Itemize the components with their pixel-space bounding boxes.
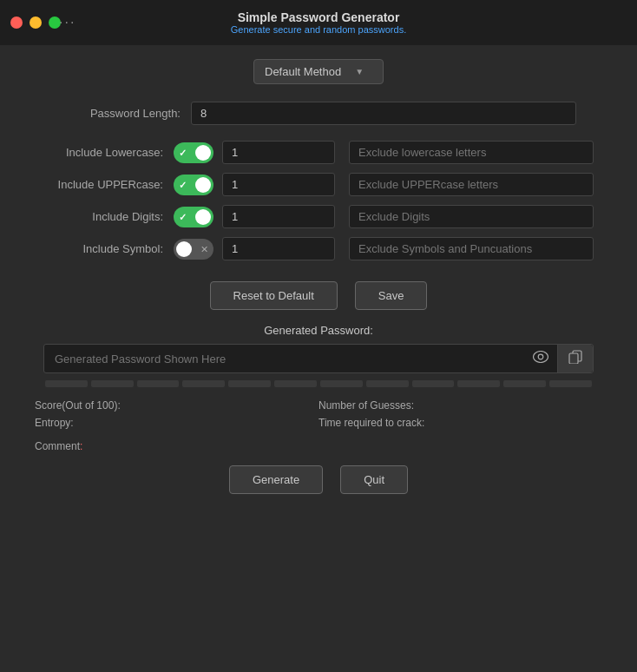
copy-icon-button[interactable] xyxy=(557,345,593,372)
reset-button[interactable]: Reset to Default xyxy=(210,281,338,310)
main-content: Default Method ▼ Password Length: Includ… xyxy=(0,45,637,508)
lowercase-toggle[interactable]: ✓ xyxy=(174,142,213,163)
action-buttons-row: Reset to Default Save xyxy=(26,281,611,310)
uppercase-min-input[interactable] xyxy=(222,173,335,196)
window-controls xyxy=(10,16,61,29)
password-display-input[interactable] xyxy=(44,346,524,372)
check-icon3: ✓ xyxy=(179,211,187,222)
check-icon: ✓ xyxy=(179,147,187,158)
chevron-down-icon: ▼ xyxy=(355,67,364,76)
guesses-label: Number of Guesses: xyxy=(318,399,414,412)
stats-row-2: Entropy: Time required to crack: xyxy=(35,417,602,429)
strength-segment xyxy=(503,380,546,387)
generate-button[interactable]: Generate xyxy=(229,465,323,494)
strength-segment xyxy=(182,380,225,387)
symbol-min-input[interactable] xyxy=(222,237,335,260)
more-options-icon[interactable]: ··· xyxy=(59,15,76,30)
app-title: Simple Password Generator xyxy=(231,10,406,24)
uppercase-label: Include UPPERcase: xyxy=(43,178,174,191)
stats-row-1: Score(Out of 100): Number of Guesses: xyxy=(35,399,602,412)
comment-label: Comment: xyxy=(35,440,82,452)
generated-label: Generated Password: xyxy=(43,324,594,337)
comment-colon: : xyxy=(80,440,82,452)
entropy-stat: Entropy: xyxy=(35,417,318,429)
password-field-row xyxy=(43,344,594,373)
eye-icon-button[interactable] xyxy=(524,346,557,372)
strength-segment xyxy=(366,380,409,387)
x-icon: ✕ xyxy=(200,243,208,254)
score-label: Score(Out of 100): xyxy=(35,399,121,412)
bottom-buttons-row: Generate Quit xyxy=(26,465,611,494)
strength-segment xyxy=(137,380,180,387)
method-label: Default Method xyxy=(265,65,341,78)
crack-stat: Time required to crack: xyxy=(318,417,602,429)
digits-toggle[interactable]: ✓ xyxy=(174,207,213,227)
title-center: Simple Password Generator Generate secur… xyxy=(231,10,406,35)
password-length-input[interactable] xyxy=(191,102,576,125)
comment-section: Comment: xyxy=(26,438,611,453)
option-row-lowercase: Include Lowercase: ✓ xyxy=(43,141,594,164)
minimize-button[interactable] xyxy=(30,16,42,29)
method-dropdown[interactable]: Default Method ▼ xyxy=(253,59,384,84)
method-row: Default Method ▼ xyxy=(26,59,611,84)
title-bar: ··· Simple Password Generator Generate s… xyxy=(0,0,637,45)
stats-section: Score(Out of 100): Number of Guesses: En… xyxy=(26,399,611,429)
crack-label: Time required to crack: xyxy=(318,417,424,429)
svg-point-0 xyxy=(534,352,548,363)
check-icon2: ✓ xyxy=(179,179,187,190)
score-stat: Score(Out of 100): xyxy=(35,399,318,412)
guesses-stat: Number of Guesses: xyxy=(318,399,602,412)
lowercase-slider: ✓ xyxy=(174,142,213,163)
digits-exclude-input[interactable] xyxy=(349,205,594,228)
strength-segment xyxy=(228,380,271,387)
digits-slider: ✓ xyxy=(174,207,213,227)
app-subtitle: Generate secure and random passwords. xyxy=(231,24,406,35)
strength-segment xyxy=(91,380,134,387)
quit-button[interactable]: Quit xyxy=(340,465,408,494)
strength-segment xyxy=(320,380,363,387)
lowercase-min-input[interactable] xyxy=(222,141,335,164)
strength-bar xyxy=(43,380,594,387)
option-row-symbol: Include Symbol: ✕ xyxy=(43,237,594,260)
digits-label: Include Digits: xyxy=(43,210,174,223)
strength-segment xyxy=(274,380,317,387)
lowercase-exclude-input[interactable] xyxy=(349,141,594,164)
symbol-toggle[interactable]: ✕ xyxy=(174,239,213,260)
uppercase-exclude-input[interactable] xyxy=(349,173,594,196)
svg-rect-3 xyxy=(569,353,578,364)
uppercase-slider: ✓ xyxy=(174,175,213,195)
strength-segment xyxy=(412,380,455,387)
entropy-label: Entropy: xyxy=(35,417,74,429)
option-row-digits: Include Digits: ✓ xyxy=(43,205,594,228)
strength-segment xyxy=(457,380,500,387)
strength-segment xyxy=(549,380,592,387)
symbol-exclude-input[interactable] xyxy=(349,237,594,260)
password-length-row: Password Length: xyxy=(26,102,611,125)
password-length-label: Password Length: xyxy=(61,107,191,120)
uppercase-toggle[interactable]: ✓ xyxy=(174,175,213,195)
option-row-uppercase: Include UPPERcase: ✓ xyxy=(43,173,594,196)
options-section: Include Lowercase: ✓ Include UPPERcase: … xyxy=(26,141,611,260)
save-button[interactable]: Save xyxy=(355,281,428,310)
strength-segment xyxy=(45,380,88,387)
svg-point-1 xyxy=(538,354,543,359)
symbol-slider: ✕ xyxy=(174,239,213,260)
symbol-label: Include Symbol: xyxy=(43,242,174,255)
generated-section: Generated Password: xyxy=(26,324,611,387)
lowercase-label: Include Lowercase: xyxy=(43,146,174,159)
close-button[interactable] xyxy=(10,16,23,29)
digits-min-input[interactable] xyxy=(222,205,335,228)
